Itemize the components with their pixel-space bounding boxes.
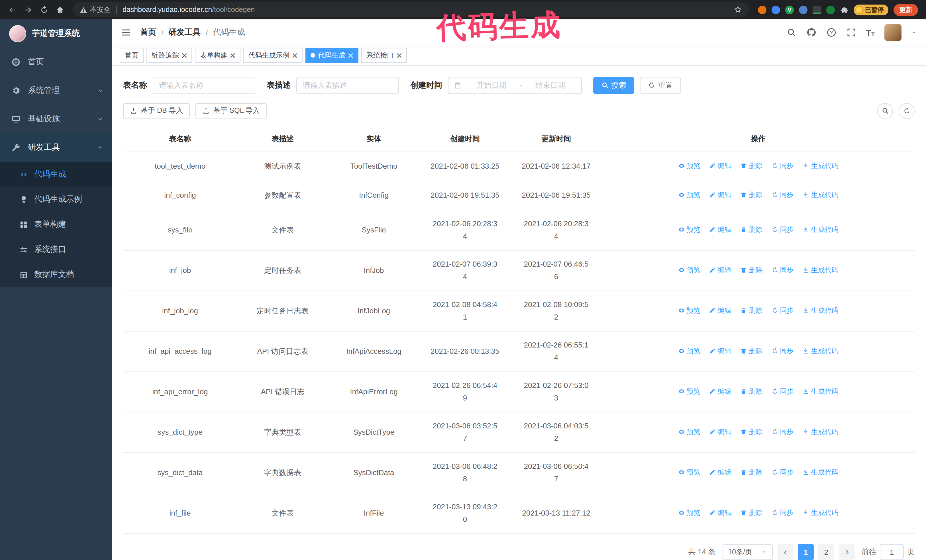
sidebar-item-form-builder[interactable]: 表单构建	[0, 212, 112, 237]
sidebar-toggle-icon[interactable]	[121, 27, 131, 38]
delete-action[interactable]: 删除	[740, 264, 763, 276]
close-tab-icon[interactable]	[230, 53, 235, 58]
edit-action[interactable]: 编辑	[709, 223, 731, 236]
extension-v-icon[interactable]: V	[785, 5, 794, 14]
browser-forward-icon[interactable]	[21, 2, 35, 17]
sidebar-item-codegen[interactable]: 代码生成	[0, 162, 112, 187]
browser-refresh-icon[interactable]	[36, 2, 51, 17]
edit-action[interactable]: 编辑	[709, 345, 731, 357]
extensions-puzzle-icon[interactable]	[840, 5, 849, 14]
delete-action[interactable]: 删除	[740, 506, 763, 519]
close-tab-icon[interactable]	[182, 53, 187, 58]
sidebar-item-home[interactable]: 首页	[0, 48, 112, 76]
page-size-select[interactable]: 10条/页	[722, 544, 773, 560]
preview-action[interactable]: 预览	[678, 189, 701, 201]
sidebar-item-system[interactable]: 系统管理	[0, 76, 112, 105]
generate-code-action[interactable]: 生成代码	[803, 189, 838, 201]
browser-back-icon[interactable]	[5, 2, 20, 17]
import-sql-button[interactable]: 基于 SQL 导入	[196, 103, 267, 119]
tab-api[interactable]: 系统接口	[361, 48, 407, 63]
browser-update-button[interactable]: 更新	[894, 4, 918, 16]
next-page-button[interactable]	[839, 544, 855, 560]
sidebar-item-infra[interactable]: 基础设施	[0, 105, 112, 133]
edit-action[interactable]: 编辑	[709, 466, 731, 478]
sync-action[interactable]: 同步	[771, 160, 793, 172]
preview-action[interactable]: 预览	[678, 160, 701, 172]
delete-action[interactable]: 删除	[740, 426, 763, 438]
paused-extension-badge[interactable]: 已暂停	[853, 4, 888, 15]
sync-action[interactable]: 同步	[771, 426, 793, 438]
generate-code-action[interactable]: 生成代码	[803, 304, 838, 317]
delete-action[interactable]: 删除	[740, 385, 763, 398]
create-time-range-picker[interactable]: 开始日期 - 结束日期	[448, 77, 582, 94]
sync-action[interactable]: 同步	[771, 385, 793, 398]
delete-action[interactable]: 删除	[740, 223, 763, 236]
sidebar-item-api[interactable]: 系统接口	[0, 237, 112, 262]
tab-codegen-example[interactable]: 代码生成示例	[243, 48, 303, 63]
close-tab-icon[interactable]	[348, 53, 353, 58]
table-desc-input[interactable]	[296, 77, 399, 94]
tab-codegen[interactable]: 代码生成	[306, 48, 359, 63]
import-db-button[interactable]: 基于 DB 导入	[123, 103, 190, 119]
generate-code-action[interactable]: 生成代码	[803, 385, 838, 398]
extension-leaf-icon[interactable]	[826, 5, 835, 14]
chevron-down-icon[interactable]	[911, 30, 917, 35]
tab-form-builder[interactable]: 表单构建	[195, 48, 241, 63]
generate-code-action[interactable]: 生成代码	[803, 160, 838, 172]
delete-action[interactable]: 删除	[740, 189, 763, 201]
edit-action[interactable]: 编辑	[709, 385, 731, 398]
browser-address-bar[interactable]: 不安全 dashboard.yudao.iocoder.cn/tool/code…	[73, 2, 749, 17]
generate-code-action[interactable]: 生成代码	[803, 506, 838, 519]
extension-screenshot-icon[interactable]	[813, 5, 821, 14]
edit-action[interactable]: 编辑	[709, 426, 731, 438]
extension-orange-icon[interactable]	[758, 5, 766, 14]
delete-action[interactable]: 删除	[740, 304, 763, 317]
refresh-table-button[interactable]	[899, 103, 915, 119]
preview-action[interactable]: 预览	[678, 345, 701, 357]
generate-code-action[interactable]: 生成代码	[803, 466, 838, 478]
app-logo[interactable]: 芋道管理系统	[0, 20, 112, 48]
sync-action[interactable]: 同步	[771, 506, 793, 519]
preview-action[interactable]: 预览	[678, 385, 701, 398]
table-name-input[interactable]	[153, 77, 255, 94]
sync-action[interactable]: 同步	[771, 345, 793, 357]
breadcrumb-home[interactable]: 首页	[140, 27, 156, 38]
generate-code-action[interactable]: 生成代码	[803, 426, 838, 438]
help-icon[interactable]: ?	[826, 27, 836, 38]
tab-home[interactable]: 首页	[120, 48, 144, 63]
sync-action[interactable]: 同步	[771, 189, 793, 201]
edit-action[interactable]: 编辑	[709, 506, 731, 519]
font-size-icon[interactable]: TT	[866, 28, 875, 37]
edit-action[interactable]: 编辑	[709, 189, 731, 201]
page-button-1[interactable]: 1	[798, 544, 814, 560]
search-button[interactable]: 搜索	[593, 77, 634, 94]
fullscreen-icon[interactable]	[846, 27, 856, 38]
sync-action[interactable]: 同步	[771, 264, 793, 276]
breadcrumb-devtools[interactable]: 研发工具	[169, 27, 201, 38]
delete-action[interactable]: 删除	[740, 466, 763, 478]
github-icon[interactable]	[806, 27, 816, 38]
preview-action[interactable]: 预览	[678, 506, 701, 519]
generate-code-action[interactable]: 生成代码	[803, 345, 838, 357]
generate-code-action[interactable]: 生成代码	[803, 223, 838, 236]
edit-action[interactable]: 编辑	[709, 264, 731, 276]
extension-people-icon[interactable]	[799, 5, 808, 14]
browser-home-icon[interactable]	[53, 2, 67, 17]
close-tab-icon[interactable]	[396, 53, 402, 58]
extension-drop-icon[interactable]	[772, 5, 780, 14]
sync-action[interactable]: 同步	[771, 466, 793, 478]
goto-page-input[interactable]	[880, 544, 904, 560]
edit-action[interactable]: 编辑	[709, 304, 731, 317]
delete-action[interactable]: 删除	[740, 345, 763, 357]
sidebar-item-devtools[interactable]: 研发工具	[0, 133, 112, 162]
sidebar-item-codegen-example[interactable]: 代码生成示例	[0, 187, 112, 212]
preview-action[interactable]: 预览	[678, 264, 701, 276]
close-tab-icon[interactable]	[292, 53, 298, 58]
preview-action[interactable]: 预览	[678, 223, 701, 236]
generate-code-action[interactable]: 生成代码	[803, 264, 838, 276]
reset-button[interactable]: 重置	[640, 77, 681, 94]
sidebar-item-db-doc[interactable]: 数据库文档	[0, 262, 112, 287]
delete-action[interactable]: 删除	[740, 160, 763, 172]
preview-action[interactable]: 预览	[678, 426, 701, 438]
preview-action[interactable]: 预览	[678, 466, 701, 478]
